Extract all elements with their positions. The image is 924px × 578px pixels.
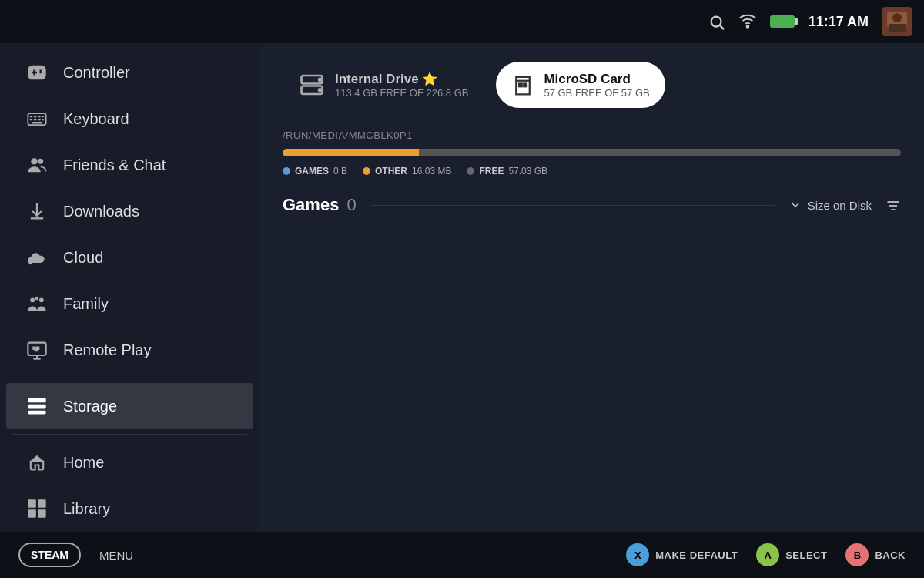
internal-drive-icon (298, 71, 326, 99)
sidebar-item-home[interactable]: Home (6, 439, 253, 486)
svg-point-21 (35, 297, 39, 301)
svg-rect-8 (30, 116, 33, 117)
filter-icon[interactable] (886, 197, 901, 213)
sidebar-divider-1 (12, 378, 247, 378)
svg-rect-11 (42, 116, 43, 117)
svg-point-0 (711, 17, 721, 27)
a-button-circle: A (756, 543, 779, 566)
microsd-drive-name: MicroSD Card (544, 72, 649, 87)
svg-rect-13 (34, 119, 37, 120)
drive-selector: Internal Drive ⭐ 113.4 GB FREE OF 226.8 … (283, 62, 901, 108)
sort-selector[interactable]: Size on Disk (789, 199, 872, 212)
legend-dot-free (467, 167, 474, 175)
steam-button[interactable]: STEAM (18, 543, 81, 567)
select-label: SELECT (785, 549, 827, 561)
svg-rect-14 (38, 119, 40, 120)
legend-free: FREE 57.03 GB (467, 166, 547, 176)
remote-play-icon (25, 338, 49, 362)
microsd-drive-space: 57 GB FREE OF 57 GB (544, 87, 649, 99)
svg-point-32 (319, 79, 321, 81)
sidebar-item-library[interactable]: Library (6, 486, 253, 532)
bottom-actions: X MAKE DEFAULT A SELECT B BACK (626, 543, 906, 566)
svg-point-2 (746, 25, 748, 28)
sidebar-item-label-friends: Friends & Chat (63, 156, 166, 174)
sidebar-item-keyboard[interactable]: Keyboard (6, 96, 253, 142)
menu-label: MENU (99, 549, 133, 562)
keyboard-icon (25, 106, 49, 131)
legend-other: OTHER 16.03 MB (363, 166, 451, 176)
b-button-circle: B (845, 543, 869, 566)
svg-rect-16 (32, 122, 42, 123)
controller-icon (25, 60, 49, 85)
sidebar-item-label-downloads: Downloads (63, 203, 139, 220)
svg-point-19 (30, 297, 35, 302)
storage-bar-fill (283, 149, 901, 156)
svg-rect-34 (519, 84, 522, 87)
drive-card-internal[interactable]: Internal Drive ⭐ 113.4 GB FREE OF 226.8 … (283, 62, 484, 108)
drive-card-microsd[interactable]: MicroSD Card 57 GB FREE OF 57 GB (496, 62, 665, 108)
microsd-icon (511, 72, 534, 97)
x-button-circle: X (626, 543, 649, 566)
sidebar-item-label-library: Library (63, 500, 110, 518)
svg-rect-12 (30, 119, 33, 120)
main-content: Internal Drive ⭐ 113.4 GB FREE OF 226.8 … (259, 43, 924, 532)
sidebar-item-remote-play[interactable]: Remote Play (6, 327, 253, 373)
internal-drive-space: 113.4 GB FREE OF 226.8 GB (335, 87, 468, 99)
sidebar-divider-2 (12, 434, 247, 435)
make-default-label: MAKE DEFAULT (655, 549, 738, 561)
avatar[interactable] (882, 7, 912, 36)
legend-value-free: 57.03 GB (508, 166, 547, 176)
games-header: Games 0 Size on Disk (283, 195, 901, 215)
sidebar-item-label-cloud: Cloud (63, 249, 103, 267)
sidebar-item-label-family: Family (63, 295, 109, 313)
svg-rect-35 (524, 84, 527, 87)
storage-bar (283, 149, 901, 156)
make-default-button[interactable]: X MAKE DEFAULT (626, 543, 738, 566)
library-icon (25, 496, 49, 521)
sidebar: Controller Keyboard (0, 43, 259, 532)
svg-rect-27 (38, 499, 45, 508)
search-icon[interactable] (708, 12, 725, 31)
svg-rect-25 (28, 411, 45, 415)
legend-dot-games (283, 167, 290, 175)
svg-rect-9 (34, 116, 37, 117)
home-icon (25, 450, 49, 475)
sidebar-item-cloud[interactable]: Cloud (6, 234, 253, 281)
svg-rect-6 (889, 24, 906, 32)
back-label: BACK (875, 549, 906, 561)
cloud-icon (25, 245, 49, 270)
sidebar-item-family[interactable]: Family (6, 281, 253, 327)
legend-label-games: GAMES (295, 166, 329, 176)
broadcast-icon (739, 12, 756, 31)
sidebar-item-label-home: Home (63, 454, 104, 472)
back-button[interactable]: B BACK (845, 543, 906, 566)
svg-point-20 (39, 297, 44, 302)
family-icon (25, 291, 49, 316)
friends-icon (25, 153, 49, 177)
sidebar-item-controller[interactable]: Controller (6, 49, 253, 96)
storage-path: /RUN/MEDIA/MMCBLK0P1 (283, 129, 901, 141)
sidebar-item-storage[interactable]: Storage (6, 383, 253, 429)
sidebar-item-label-controller: Controller (63, 64, 130, 82)
sidebar-item-label-keyboard: Keyboard (63, 110, 129, 128)
svg-line-1 (720, 25, 724, 29)
svg-point-5 (892, 13, 902, 22)
sidebar-item-label-remote-play: Remote Play (63, 341, 152, 359)
battery-icon (770, 15, 795, 28)
select-button[interactable]: A SELECT (756, 543, 827, 566)
time-display: 11:17 AM (808, 14, 869, 30)
sidebar-item-label-storage: Storage (63, 398, 117, 415)
sort-label: Size on Disk (808, 199, 872, 212)
sidebar-item-downloads[interactable]: Downloads (6, 188, 253, 234)
svg-rect-15 (42, 119, 43, 120)
svg-rect-26 (28, 499, 36, 508)
storage-legend: GAMES 0 B OTHER 16.03 MB FREE 57.03 GB (283, 166, 901, 176)
internal-drive-info: Internal Drive ⭐ 113.4 GB FREE OF 226.8 … (335, 72, 468, 99)
svg-rect-24 (28, 405, 45, 409)
svg-rect-29 (38, 509, 45, 518)
chevron-down-icon (789, 199, 802, 211)
svg-rect-23 (28, 398, 45, 403)
sidebar-item-friends-chat[interactable]: Friends & Chat (6, 142, 253, 188)
legend-label-free: FREE (479, 166, 504, 176)
games-divider (370, 205, 775, 206)
